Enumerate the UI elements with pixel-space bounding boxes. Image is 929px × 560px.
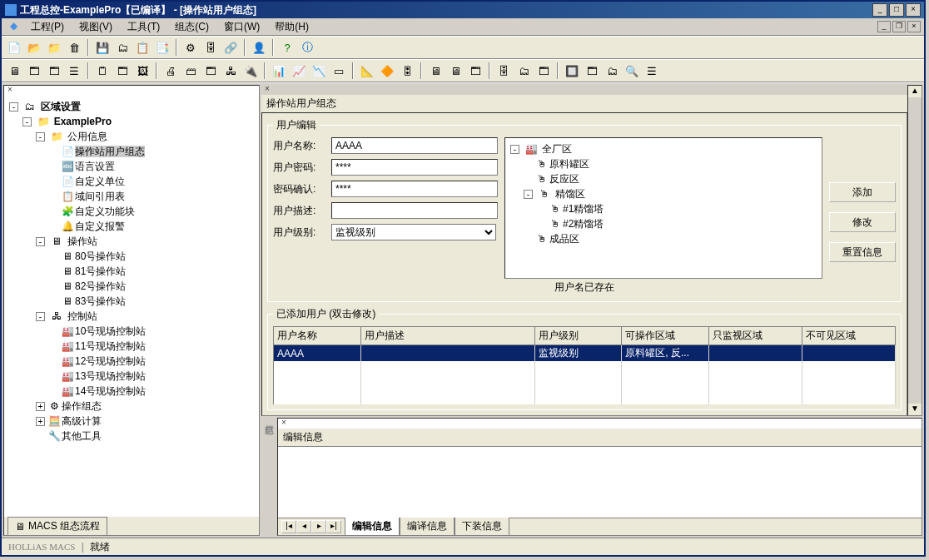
mdi-close[interactable]: × <box>907 21 921 32</box>
th-mon[interactable]: 只监视区域 <box>708 327 802 345</box>
tb2-13-icon[interactable]: 📊 <box>270 62 288 80</box>
tb2-2-icon[interactable]: 🗔 <box>25 62 43 80</box>
scroll-down-icon[interactable]: ▼ <box>908 404 922 415</box>
info-nav-next[interactable]: ▸ <box>311 520 326 533</box>
tree-item[interactable]: 语言设置 <box>75 161 115 172</box>
app-menu-icon[interactable]: ◆ <box>5 18 22 36</box>
mdi-restore[interactable]: ❐ <box>892 21 906 32</box>
tree-item[interactable]: 13号现场控制站 <box>75 370 146 382</box>
tree-item[interactable]: 自定义功能块 <box>75 206 135 217</box>
region-tree[interactable]: - 🏭 全厂区 🖱原料罐区 🖱反应区 - <box>504 137 822 279</box>
menu-tools[interactable]: 工具(T) <box>121 18 166 36</box>
tb2-7-icon[interactable]: 🖼 <box>133 62 152 80</box>
menu-project[interactable]: 工程(P) <box>24 18 71 36</box>
tb2-10-icon[interactable]: 🗔 <box>201 62 220 80</box>
tb2-18-icon[interactable]: 🔶 <box>378 62 396 80</box>
region-item[interactable]: 反应区 <box>549 173 579 185</box>
tb2-9-icon[interactable]: 🗃 <box>181 62 200 80</box>
project-tree[interactable]: - 🗂 区域设置 - 📁 ExamplePro <box>7 99 256 444</box>
tree-group-label[interactable]: 操作站 <box>67 235 97 247</box>
tree-expander[interactable]: - <box>9 102 18 112</box>
tb-folder-icon[interactable]: 📁 <box>45 38 63 57</box>
info-tab-download[interactable]: 下装信息 <box>455 518 509 536</box>
vertical-scrollbar[interactable]: ▲ ▼ <box>907 85 922 416</box>
tree-item-user-config[interactable]: 操作站用户组态 <box>75 146 145 157</box>
tb2-17-icon[interactable]: 📐 <box>358 62 376 80</box>
tb-user-icon[interactable]: 👤 <box>250 38 268 57</box>
password-input[interactable] <box>331 159 498 176</box>
region-item[interactable]: 精馏区 <box>555 188 585 200</box>
tb2-30-icon[interactable]: ☰ <box>643 62 661 80</box>
tree-item[interactable]: 域间引用表 <box>75 191 125 202</box>
tb2-23-icon[interactable]: 🗄 <box>494 62 513 80</box>
confirm-input[interactable] <box>331 181 498 197</box>
tree-item[interactable]: 82号操作站 <box>75 280 126 292</box>
tb-help-icon[interactable]: ? <box>278 38 296 57</box>
level-select[interactable]: 监视级别 <box>331 224 496 240</box>
tb-link-icon[interactable]: 🔗 <box>221 38 240 57</box>
tree-item[interactable]: 操作组态 <box>62 400 102 412</box>
tb2-15-icon[interactable]: 📉 <box>310 62 328 80</box>
menu-help[interactable]: 帮助(H) <box>268 18 315 36</box>
tree-item[interactable]: 14号现场控制站 <box>75 385 146 397</box>
reset-button[interactable]: 重置信息 <box>829 242 896 262</box>
tb2-16-icon[interactable]: ▭ <box>330 62 348 80</box>
tb2-11-icon[interactable]: 🖧 <box>221 62 240 80</box>
description-input[interactable] <box>331 202 498 219</box>
tree-expander[interactable]: - <box>510 145 519 154</box>
tb2-28-icon[interactable]: 🗂 <box>603 62 621 80</box>
tree-group-label[interactable]: 公用信息 <box>67 131 107 142</box>
tb-new-icon[interactable]: 📄 <box>5 38 23 57</box>
mdi-minimize[interactable]: _ <box>877 21 891 32</box>
info-tab-edit[interactable]: 编辑信息 <box>345 518 400 536</box>
region-item[interactable]: 成品区 <box>549 233 579 245</box>
tb2-26-icon[interactable]: 🔲 <box>563 62 581 80</box>
region-subitem[interactable]: #2精馏塔 <box>563 218 604 230</box>
region-item[interactable]: 原料罐区 <box>549 158 589 170</box>
table-row[interactable] <box>274 391 896 404</box>
tb2-1-icon[interactable]: 🖥 <box>5 62 23 80</box>
tb2-5-icon[interactable]: 🗒 <box>93 62 112 80</box>
tree-expander[interactable]: - <box>524 190 533 199</box>
table-row[interactable] <box>274 376 896 391</box>
menu-config[interactable]: 组态(C) <box>168 18 216 36</box>
tb2-19-icon[interactable]: 🎛 <box>398 62 416 80</box>
info-nav-prev[interactable]: ◂ <box>296 520 311 533</box>
tree-item[interactable]: 10号现场控制站 <box>75 325 146 337</box>
tb2-20-icon[interactable]: 🖥 <box>426 62 445 80</box>
tb2-27-icon[interactable]: 🗔 <box>583 62 601 80</box>
tree-item[interactable]: 83号操作站 <box>75 295 126 307</box>
table-row[interactable]: AAAA 监视级别 原料罐区, 反... <box>274 345 896 362</box>
tree-item[interactable]: 12号现场控制站 <box>75 355 146 367</box>
tree-item[interactable]: 11号现场控制站 <box>75 340 146 352</box>
tree-expander[interactable]: - <box>36 312 45 321</box>
tb-open-icon[interactable]: 📂 <box>25 38 43 57</box>
tree-expander[interactable]: + <box>36 417 45 426</box>
left-close-icon[interactable]: × <box>6 86 14 94</box>
tree-expander[interactable]: - <box>22 117 32 126</box>
th-username[interactable]: 用户名称 <box>274 327 361 345</box>
maximize-button[interactable]: □ <box>889 3 904 17</box>
tb2-21-icon[interactable]: 🖥 <box>446 62 464 80</box>
th-op[interactable]: 可操作区域 <box>622 327 709 345</box>
tb2-25-icon[interactable]: 🗔 <box>534 62 553 80</box>
tb-saveall-icon[interactable]: 🗂 <box>113 38 132 57</box>
tb2-3-icon[interactable]: 🗔 <box>45 62 63 80</box>
tb2-29-icon[interactable]: 🔍 <box>623 62 641 80</box>
minimize-button[interactable]: _ <box>872 3 887 17</box>
tb-info-icon[interactable]: ⓘ <box>298 38 316 57</box>
scroll-up-icon[interactable]: ▲ <box>908 86 922 97</box>
tb-gear-icon[interactable]: ⚙ <box>181 38 200 57</box>
region-root[interactable]: 全厂区 <box>542 143 572 155</box>
tree-item[interactable]: 其他工具 <box>62 430 102 442</box>
table-row[interactable] <box>274 361 896 376</box>
tree-item[interactable]: 80号操作站 <box>75 250 126 262</box>
tb2-24-icon[interactable]: 🗂 <box>514 62 533 80</box>
menu-window[interactable]: 窗口(W) <box>217 18 266 36</box>
tb2-8-icon[interactable]: 🖨 <box>161 62 180 80</box>
tb-db-icon[interactable]: 🗄 <box>201 38 220 57</box>
th-hid[interactable]: 不可见区域 <box>802 327 895 345</box>
info-nav-last[interactable]: ▸| <box>326 520 341 533</box>
tb2-22-icon[interactable]: 🗔 <box>466 62 484 80</box>
tb2-6-icon[interactable]: 🗔 <box>113 62 132 80</box>
